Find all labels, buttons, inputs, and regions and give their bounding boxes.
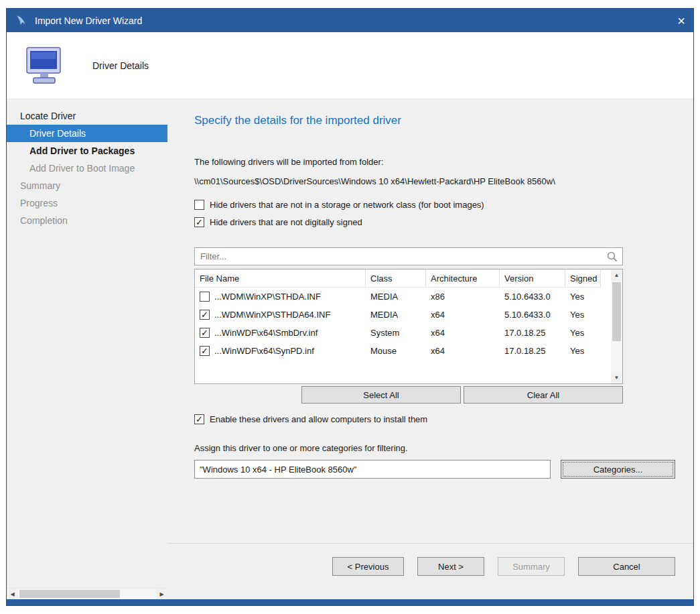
step-add-driver-to-packages[interactable]: Add Driver to Packages (7, 142, 167, 160)
row-checkbox[interactable] (200, 328, 210, 338)
version-cell: 17.0.18.25 (500, 346, 565, 356)
category-row: Categories... (194, 460, 675, 479)
version-cell: 17.0.18.25 (500, 328, 565, 338)
class-cell: Mouse (366, 346, 426, 356)
selection-buttons-row: Select All Clear All (194, 386, 623, 404)
class-cell: System (366, 328, 426, 338)
scrollbar-thumb[interactable] (19, 590, 120, 598)
architecture-cell: x86 (426, 292, 500, 302)
cancel-button[interactable]: Cancel (578, 557, 675, 576)
enable-drivers-checkbox[interactable]: Enable these drivers and allow computers… (194, 414, 675, 424)
checkbox-box[interactable] (194, 200, 204, 210)
page-title: Driver Details (92, 60, 149, 71)
folder-intro-text: The following drivers will be imported f… (194, 157, 675, 167)
scroll-down-icon[interactable]: ▼ (611, 372, 622, 383)
architecture-cell: x64 (426, 328, 500, 338)
checkbox-label: Hide drivers that are not in a storage o… (210, 200, 484, 210)
step-completion: Completion (7, 212, 167, 229)
column-header-class[interactable]: Class (366, 269, 426, 288)
scroll-up-icon[interactable]: ▲ (611, 269, 622, 281)
scroll-right-icon[interactable]: ▶ (156, 589, 167, 599)
wizard-body: Locate Driver Driver Details Add Driver … (7, 99, 693, 599)
signed-cell: Yes (565, 346, 601, 356)
file-name-cell: ...WDM\WinXP\STHDA.INF (214, 292, 321, 302)
step-driver-details[interactable]: Driver Details (7, 125, 167, 142)
file-name-cell: ...WDM\WinXP\STHDA64.INF (214, 310, 330, 320)
signed-cell: Yes (565, 310, 601, 320)
file-name-cell: ...WinWDF\x64\SynPD.inf (214, 346, 314, 356)
column-header-signed[interactable]: Signed (565, 269, 601, 288)
class-cell: MEDIA (366, 310, 426, 320)
page-heading: Specify the details for the imported dri… (194, 114, 675, 127)
close-icon[interactable]: × (667, 14, 685, 27)
version-cell: 5.10.6433.0 (500, 292, 565, 302)
step-summary: Summary (7, 177, 167, 194)
hide-unsigned-checkbox[interactable]: Hide drivers that are not digitally sign… (194, 217, 675, 227)
checkbox-label: Hide drivers that are not digitally sign… (210, 217, 362, 227)
architecture-cell: x64 (426, 310, 500, 320)
signed-cell: Yes (565, 292, 601, 302)
scroll-left-icon[interactable]: ◀ (7, 589, 18, 599)
signed-cell: Yes (565, 328, 601, 338)
column-header-version[interactable]: Version (500, 269, 565, 288)
scrollbar-thumb[interactable] (612, 282, 621, 341)
filter-input[interactable] (195, 251, 606, 261)
step-locate-driver[interactable]: Locate Driver (7, 107, 167, 125)
wizard-footer: < Previous Next > Summary Cancel (167, 543, 693, 599)
drivers-table: File Name Class Architecture Version Sig… (194, 269, 623, 384)
computer-icon (24, 46, 66, 85)
window-bottom-border (7, 599, 693, 605)
previous-button[interactable]: < Previous (332, 557, 404, 576)
checkbox-label: Enable these drivers and allow computers… (210, 414, 427, 424)
categories-button[interactable]: Categories... (561, 460, 675, 479)
scrollbar-track[interactable] (611, 281, 622, 372)
main-panel: Specify the details for the imported dri… (167, 99, 693, 599)
table-row[interactable]: ...WDM\WinXP\STHDA64.INF MEDIA x64 5.10.… (195, 306, 622, 324)
category-input[interactable] (194, 460, 551, 479)
column-header-architecture[interactable]: Architecture (426, 269, 500, 288)
page-content: Specify the details for the imported dri… (167, 99, 693, 543)
search-icon (606, 251, 618, 263)
table-vertical-scrollbar[interactable]: ▲ ▼ (611, 269, 622, 383)
summary-button: Summary (498, 557, 565, 576)
next-button[interactable]: Next > (417, 557, 484, 576)
scrollbar-track[interactable] (18, 589, 156, 599)
wizard-window: Import New Driver Wizard × Driver Detail… (6, 8, 694, 606)
wizard-header: Driver Details (7, 32, 693, 99)
row-checkbox[interactable] (200, 292, 210, 302)
category-intro-text: Assign this driver to one or more catego… (194, 443, 675, 453)
titlebar: Import New Driver Wizard × (7, 9, 693, 32)
version-cell: 5.10.6433.0 (500, 310, 565, 320)
wizard-icon (15, 14, 28, 27)
filter-field (194, 247, 623, 265)
table-row[interactable]: ...WinWDF\x64\SynPD.inf Mouse x64 17.0.1… (195, 342, 622, 360)
checkbox-box[interactable] (194, 217, 204, 227)
architecture-cell: x64 (426, 346, 500, 356)
row-checkbox[interactable] (200, 346, 210, 356)
hide-storage-network-checkbox[interactable]: Hide drivers that are not in a storage o… (194, 200, 675, 210)
clear-all-button[interactable]: Clear All (464, 386, 623, 404)
sidebar-horizontal-scrollbar[interactable]: ◀ ▶ (7, 588, 167, 599)
step-add-driver-to-boot-image: Add Driver to Boot Image (7, 160, 167, 177)
step-progress: Progress (7, 194, 167, 212)
wizard-steps-sidebar: Locate Driver Driver Details Add Driver … (7, 99, 167, 599)
window-title: Import New Driver Wizard (35, 15, 667, 26)
folder-path-text: \\cm01\Sources$\OSD\DriverSources\Window… (194, 176, 675, 186)
table-header-row: File Name Class Architecture Version Sig… (195, 269, 622, 288)
table-row[interactable]: ...WinWDF\x64\SmbDrv.inf System x64 17.0… (195, 324, 622, 342)
row-checkbox[interactable] (200, 310, 210, 320)
column-header-file-name[interactable]: File Name (195, 269, 366, 288)
class-cell: MEDIA (366, 292, 426, 302)
file-name-cell: ...WinWDF\x64\SmbDrv.inf (214, 328, 318, 338)
select-all-button[interactable]: Select All (301, 386, 461, 404)
table-row[interactable]: ...WDM\WinXP\STHDA.INF MEDIA x86 5.10.64… (195, 288, 622, 306)
checkbox-box[interactable] (194, 414, 204, 424)
